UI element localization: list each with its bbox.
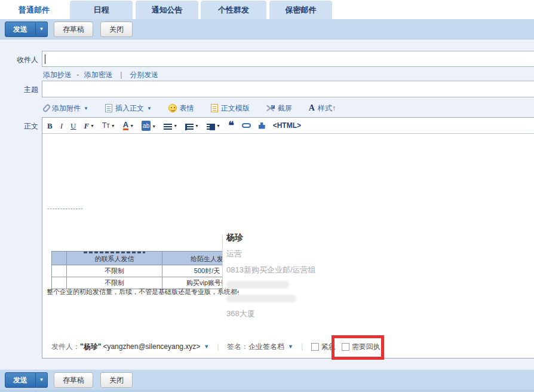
add-attachment-button[interactable]: 添加附件▼ <box>44 103 88 114</box>
subject-label: 主题 <box>0 85 38 95</box>
underline-icon: U <box>70 121 76 130</box>
format-toolbar: BIUF▼Tт▼A▼ab▼▼▼▼❝<HTML> <box>42 118 534 134</box>
emoticon-icon <box>168 104 177 112</box>
italic-button[interactable]: I <box>60 121 63 130</box>
signature-address: 368大厦 <box>226 308 316 319</box>
from-name: "杨珍" <box>80 342 101 352</box>
send-dropdown-icon[interactable]: ▼ <box>36 22 48 37</box>
bold-button[interactable]: B <box>47 121 53 130</box>
format-brush-button[interactable] <box>259 122 265 129</box>
send-button[interactable]: 发送▼ <box>5 22 48 37</box>
table-header-cell: 给陌生人发 <box>162 252 223 265</box>
recipients-input[interactable] <box>42 51 534 67</box>
toolbar-item-label: 表情 <box>180 103 194 114</box>
chevron-down-icon: ▼ <box>90 121 94 130</box>
sender-options-row: 发件人： "杨珍" <yangzhen@silenceyang.xyz> ▼ ｜… <box>51 337 534 356</box>
font-color-button[interactable]: A▼ <box>123 121 134 130</box>
screenshot-button[interactable]: 截屏 <box>266 103 292 114</box>
blockquote-icon: ❝ <box>228 122 234 128</box>
close-button[interactable]: 关闭 <box>100 372 133 388</box>
tab-1[interactable]: 普通邮件 <box>1 1 67 19</box>
indent-button[interactable]: ▼ <box>207 121 220 130</box>
html-button[interactable]: <HTML> <box>273 121 301 130</box>
italic-icon: I <box>60 121 63 130</box>
annotation-highlight-box <box>332 335 384 360</box>
link-button[interactable] <box>242 123 251 128</box>
blockquote-button[interactable]: ❝ <box>228 122 234 128</box>
align-button[interactable]: ▼ <box>164 121 177 130</box>
attachment-toolbar: 添加附件▼插入正文▼表情正文模版截屏A样式↑ <box>42 99 534 117</box>
bold-icon: B <box>47 121 53 130</box>
send-separately-link[interactable]: 分别发送 <box>130 71 158 79</box>
insert-text-icon <box>105 104 112 112</box>
redacted-email <box>226 295 296 302</box>
bottom-toolbar: 发送▼存草稿关闭 <box>0 369 534 390</box>
tab-bar: 普通邮件日程通知公告个性群发保密邮件 <box>0 0 534 19</box>
paperclip-icon <box>42 103 51 113</box>
pasted-note-text: 整个企业的初始发信量，后续，不管是基础版还是专业版，系统都会根据用户的 <box>47 287 239 296</box>
toolbar-item-label: 截屏 <box>278 103 292 114</box>
toolbar-item-label: 样式↑ <box>318 103 336 114</box>
tab-2[interactable]: 日程 <box>70 1 133 19</box>
style-button[interactable]: A样式↑ <box>309 103 336 114</box>
separator: ｜ <box>214 342 222 352</box>
send-dropdown-icon[interactable]: ▼ <box>36 372 48 388</box>
template-button[interactable]: 正文模版 <box>211 103 250 114</box>
link-separator: ｜ <box>118 71 125 79</box>
from-dropdown-icon[interactable]: ▼ <box>204 344 209 350</box>
font-family-button[interactable]: F▼ <box>84 121 94 130</box>
body-editor[interactable]: BIUF▼Tт▼A▼ab▼▼▼▼❝<HTML> -------------- 的… <box>42 117 534 359</box>
tab-5[interactable]: 保密邮件 <box>269 1 332 19</box>
tab-4[interactable]: 个性群发 <box>201 1 266 19</box>
body-label: 正文 <box>0 121 38 131</box>
highlight-icon: ab <box>142 121 151 131</box>
chevron-down-icon: ▼ <box>195 121 199 130</box>
chevron-down-icon: ▼ <box>84 106 88 111</box>
recipients-label: 收件人 <box>0 55 38 65</box>
save-draft-button[interactable]: 存草稿 <box>54 22 93 37</box>
signature-separator: -------------- <box>47 205 84 212</box>
screenshot-icon <box>266 104 275 112</box>
text-cursor <box>45 54 45 64</box>
font-size-icon: Tт <box>102 121 110 130</box>
signature-dropdown-icon[interactable]: ▼ <box>288 344 293 350</box>
add-bcc-link[interactable]: 添加密送 <box>84 71 113 79</box>
bottom-edge-strip <box>0 390 534 392</box>
send-button-label[interactable]: 发送 <box>5 372 36 388</box>
tab-3[interactable]: 通知公告 <box>136 1 198 19</box>
table-header-cell <box>52 252 67 265</box>
align-icon <box>164 124 172 130</box>
list-button[interactable]: ▼ <box>185 121 199 130</box>
save-draft-button[interactable]: 存草稿 <box>54 372 93 388</box>
signature-department: 0813新购买企业邮/运营组 <box>226 265 316 275</box>
compose-window: { "tabs": [ {"label":"普通邮件","active":tru… <box>0 0 534 392</box>
link-icon <box>242 123 251 128</box>
top-toolbar: 发送▼存草稿关闭 <box>0 19 534 39</box>
toolbar-item-label: 插入正文 <box>115 103 144 114</box>
signature-name: 杨珍 <box>226 232 316 243</box>
send-button-label[interactable]: 发送 <box>5 22 36 37</box>
emoticon-button[interactable]: 表情 <box>168 103 194 114</box>
urgent-checkbox[interactable] <box>311 343 319 351</box>
signature-label: 签名： <box>227 342 248 352</box>
subject-input[interactable] <box>42 81 534 97</box>
add-cc-link[interactable]: 添加抄送 <box>43 71 72 79</box>
chevron-down-icon: ▼ <box>130 121 134 130</box>
chevron-down-icon: ▼ <box>173 121 177 130</box>
format-brush-icon <box>259 122 265 129</box>
send-button[interactable]: 发送▼ <box>5 372 48 388</box>
underline-button[interactable]: U <box>70 121 76 130</box>
chevron-down-icon: ▼ <box>152 122 156 131</box>
font-family-icon: F <box>84 121 89 130</box>
list-icon <box>185 124 194 130</box>
separator: ｜ <box>299 342 306 352</box>
signature-title: 运营 <box>226 249 316 259</box>
chevron-down-icon: ▼ <box>111 121 115 130</box>
indent-icon <box>207 124 215 130</box>
insert-body-button[interactable]: 插入正文▼ <box>105 103 152 114</box>
close-button[interactable]: 关闭 <box>100 22 133 37</box>
highlight-button[interactable]: ab▼ <box>142 121 156 131</box>
recipient-links: 添加抄送 - 添加密送 ｜ 分别发送 <box>43 70 158 80</box>
table-cell: 500封/天 <box>162 265 223 277</box>
font-size-button[interactable]: Tт▼ <box>102 121 115 130</box>
